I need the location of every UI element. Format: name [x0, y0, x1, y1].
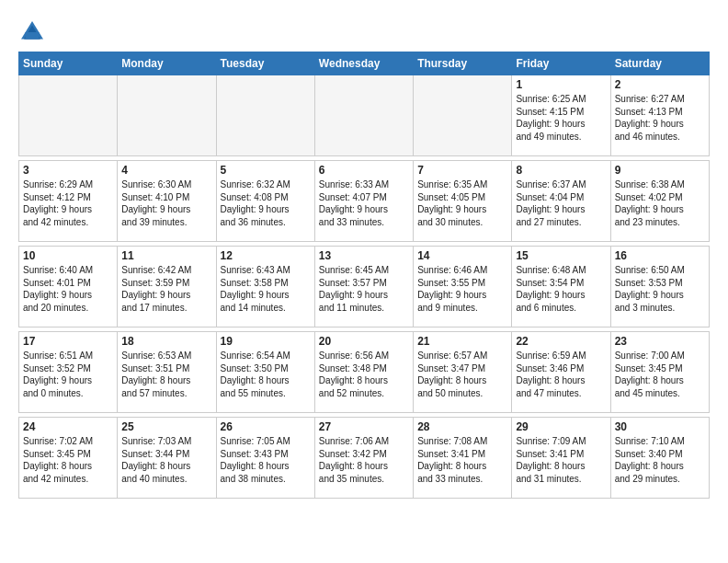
calendar-cell: 15Sunrise: 6:48 AM Sunset: 3:54 PM Dayli…: [512, 247, 610, 327]
day-info: Sunrise: 6:54 AM Sunset: 3:50 PM Dayligh…: [221, 350, 311, 399]
day-number: 3: [23, 164, 113, 177]
calendar-cell: 12Sunrise: 6:43 AM Sunset: 3:58 PM Dayli…: [216, 247, 314, 327]
weekday-header-sunday: Sunday: [19, 52, 118, 75]
weekday-header-wednesday: Wednesday: [314, 52, 413, 75]
svg-rect-2: [26, 32, 40, 40]
page: SundayMondayTuesdayWednesdayThursdayFrid…: [0, 0, 728, 508]
calendar-cell: 21Sunrise: 6:57 AM Sunset: 3:47 PM Dayli…: [414, 332, 512, 413]
calendar-cell: 27Sunrise: 7:06 AM Sunset: 3:42 PM Dayli…: [314, 418, 413, 499]
week-row-3: 10Sunrise: 6:40 AM Sunset: 4:01 PM Dayli…: [19, 247, 710, 327]
calendar-cell: 6Sunrise: 6:33 AM Sunset: 4:07 PM Daylig…: [314, 161, 413, 242]
day-number: 21: [417, 335, 507, 348]
calendar-cell: 7Sunrise: 6:35 AM Sunset: 4:05 PM Daylig…: [414, 161, 512, 242]
day-info: Sunrise: 6:33 AM Sunset: 4:07 PM Dayligh…: [319, 178, 409, 228]
weekday-header-thursday: Thursday: [414, 52, 512, 75]
weekday-header-tuesday: Tuesday: [216, 52, 314, 75]
day-info: Sunrise: 7:05 AM Sunset: 3:43 PM Dayligh…: [221, 435, 311, 485]
day-info: Sunrise: 6:40 AM Sunset: 4:01 PM Dayligh…: [23, 264, 113, 314]
day-info: Sunrise: 6:59 AM Sunset: 3:46 PM Dayligh…: [516, 350, 606, 399]
calendar-cell: 30Sunrise: 7:10 AM Sunset: 3:40 PM Dayli…: [610, 418, 709, 499]
calendar-cell: 11Sunrise: 6:42 AM Sunset: 3:59 PM Dayli…: [118, 247, 216, 327]
day-number: 10: [23, 249, 113, 262]
day-info: Sunrise: 6:50 AM Sunset: 3:53 PM Dayligh…: [615, 264, 705, 314]
calendar-cell: 19Sunrise: 6:54 AM Sunset: 3:50 PM Dayli…: [216, 332, 314, 413]
day-info: Sunrise: 6:53 AM Sunset: 3:51 PM Dayligh…: [121, 350, 211, 399]
calendar-cell: 9Sunrise: 6:38 AM Sunset: 4:02 PM Daylig…: [610, 161, 709, 242]
day-info: Sunrise: 6:48 AM Sunset: 3:54 PM Dayligh…: [516, 264, 606, 314]
day-number: 15: [516, 249, 606, 262]
week-row-2: 3Sunrise: 6:29 AM Sunset: 4:12 PM Daylig…: [19, 161, 710, 242]
calendar-cell: 16Sunrise: 6:50 AM Sunset: 3:53 PM Dayli…: [610, 247, 709, 327]
day-info: Sunrise: 7:08 AM Sunset: 3:41 PM Dayligh…: [417, 435, 507, 485]
day-info: Sunrise: 6:38 AM Sunset: 4:02 PM Dayligh…: [615, 178, 705, 228]
day-info: Sunrise: 6:42 AM Sunset: 3:59 PM Dayligh…: [121, 264, 211, 314]
day-info: Sunrise: 6:29 AM Sunset: 4:12 PM Dayligh…: [23, 178, 113, 228]
day-info: Sunrise: 6:32 AM Sunset: 4:08 PM Dayligh…: [221, 178, 311, 228]
calendar-cell: 14Sunrise: 6:46 AM Sunset: 3:55 PM Dayli…: [414, 247, 512, 327]
header: [18, 15, 710, 46]
calendar-cell: 2Sunrise: 6:27 AM Sunset: 4:13 PM Daylig…: [610, 75, 709, 156]
day-number: 30: [615, 420, 705, 433]
day-number: 28: [417, 420, 507, 433]
day-info: Sunrise: 7:09 AM Sunset: 3:41 PM Dayligh…: [516, 435, 606, 485]
day-number: 12: [221, 249, 311, 262]
day-info: Sunrise: 6:51 AM Sunset: 3:52 PM Dayligh…: [23, 350, 113, 399]
calendar-cell: 28Sunrise: 7:08 AM Sunset: 3:41 PM Dayli…: [414, 418, 512, 499]
day-number: 7: [417, 164, 507, 177]
day-number: 16: [615, 249, 705, 262]
calendar-cell: 4Sunrise: 6:30 AM Sunset: 4:10 PM Daylig…: [118, 161, 216, 242]
day-number: 4: [121, 164, 211, 177]
day-number: 23: [615, 335, 705, 348]
calendar: SundayMondayTuesdayWednesdayThursdayFrid…: [18, 52, 710, 499]
day-number: 17: [23, 335, 113, 348]
calendar-cell: [314, 75, 413, 156]
day-number: 5: [221, 164, 311, 177]
day-number: 9: [615, 164, 705, 177]
calendar-cell: 22Sunrise: 6:59 AM Sunset: 3:46 PM Dayli…: [512, 332, 610, 413]
day-info: Sunrise: 7:10 AM Sunset: 3:40 PM Dayligh…: [615, 435, 705, 485]
day-info: Sunrise: 7:03 AM Sunset: 3:44 PM Dayligh…: [121, 435, 211, 485]
day-info: Sunrise: 6:43 AM Sunset: 3:58 PM Dayligh…: [221, 264, 311, 314]
day-number: 13: [319, 249, 409, 262]
day-info: Sunrise: 6:27 AM Sunset: 4:13 PM Dayligh…: [615, 93, 705, 143]
calendar-cell: 24Sunrise: 7:02 AM Sunset: 3:45 PM Dayli…: [19, 418, 118, 499]
day-number: 25: [121, 420, 211, 433]
calendar-cell: 25Sunrise: 7:03 AM Sunset: 3:44 PM Dayli…: [118, 418, 216, 499]
calendar-cell: 1Sunrise: 6:25 AM Sunset: 4:15 PM Daylig…: [512, 75, 610, 156]
day-number: 8: [516, 164, 606, 177]
day-info: Sunrise: 6:57 AM Sunset: 3:47 PM Dayligh…: [417, 350, 507, 399]
day-info: Sunrise: 7:02 AM Sunset: 3:45 PM Dayligh…: [23, 435, 113, 485]
calendar-cell: [216, 75, 314, 156]
day-number: 27: [319, 420, 409, 433]
weekday-header-monday: Monday: [118, 52, 216, 75]
week-row-1: 1Sunrise: 6:25 AM Sunset: 4:15 PM Daylig…: [19, 75, 710, 156]
day-number: 11: [121, 249, 211, 262]
day-number: 18: [121, 335, 211, 348]
calendar-cell: 20Sunrise: 6:56 AM Sunset: 3:48 PM Dayli…: [314, 332, 413, 413]
day-number: 6: [319, 164, 409, 177]
calendar-cell: 13Sunrise: 6:45 AM Sunset: 3:57 PM Dayli…: [314, 247, 413, 327]
calendar-cell: 5Sunrise: 6:32 AM Sunset: 4:08 PM Daylig…: [216, 161, 314, 242]
calendar-cell: 23Sunrise: 7:00 AM Sunset: 3:45 PM Dayli…: [610, 332, 709, 413]
day-number: 26: [221, 420, 311, 433]
day-info: Sunrise: 7:06 AM Sunset: 3:42 PM Dayligh…: [319, 435, 409, 485]
weekday-header-row: SundayMondayTuesdayWednesdayThursdayFrid…: [19, 52, 710, 75]
day-number: 2: [615, 78, 705, 91]
weekday-header-friday: Friday: [512, 52, 610, 75]
calendar-cell: 10Sunrise: 6:40 AM Sunset: 4:01 PM Dayli…: [19, 247, 118, 327]
day-number: 19: [221, 335, 311, 348]
day-number: 24: [23, 420, 113, 433]
calendar-cell: 17Sunrise: 6:51 AM Sunset: 3:52 PM Dayli…: [19, 332, 118, 413]
day-number: 1: [516, 78, 606, 91]
day-info: Sunrise: 6:37 AM Sunset: 4:04 PM Dayligh…: [516, 178, 606, 228]
calendar-cell: 3Sunrise: 6:29 AM Sunset: 4:12 PM Daylig…: [19, 161, 118, 242]
day-info: Sunrise: 6:30 AM Sunset: 4:10 PM Dayligh…: [121, 178, 211, 228]
calendar-cell: [19, 75, 118, 156]
day-number: 22: [516, 335, 606, 348]
day-info: Sunrise: 7:00 AM Sunset: 3:45 PM Dayligh…: [615, 350, 705, 399]
calendar-cell: 8Sunrise: 6:37 AM Sunset: 4:04 PM Daylig…: [512, 161, 610, 242]
day-info: Sunrise: 6:56 AM Sunset: 3:48 PM Dayligh…: [319, 350, 409, 399]
calendar-cell: 29Sunrise: 7:09 AM Sunset: 3:41 PM Dayli…: [512, 418, 610, 499]
day-info: Sunrise: 6:25 AM Sunset: 4:15 PM Dayligh…: [516, 93, 606, 143]
calendar-cell: 26Sunrise: 7:05 AM Sunset: 3:43 PM Dayli…: [216, 418, 314, 499]
